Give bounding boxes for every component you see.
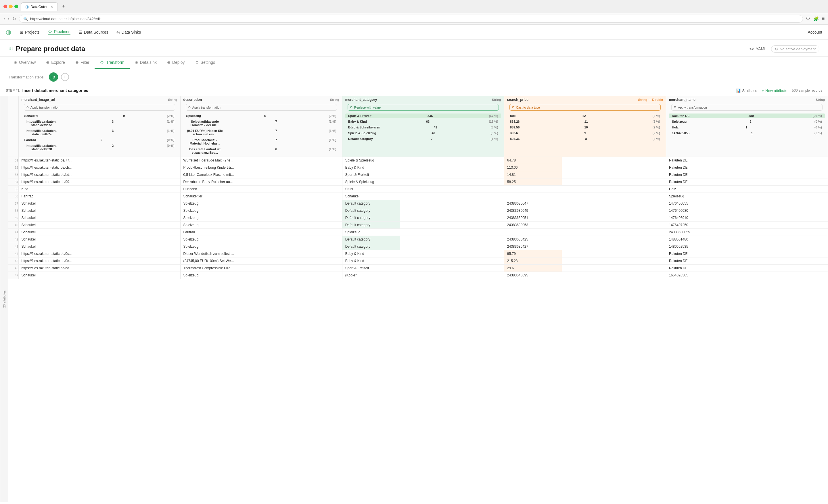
tab-explore[interactable]: ⊕ Explore: [41, 57, 70, 69]
tab-data-sink[interactable]: ⊕ Data sink: [130, 57, 162, 69]
stat-2-3: Spiele & Spielzeug 40 (8 %): [345, 131, 501, 135]
stat-2-0: Sport & Freizeit 336 (67 %): [345, 113, 501, 118]
row-number-cell: 44: [8, 250, 18, 258]
apply-btn-description[interactable]: ⟳ Apply transformation: [186, 104, 337, 110]
col-header-description: description String ⟳ Apply transformatio…: [180, 96, 342, 157]
statistics-button[interactable]: 📊 Statistics: [736, 89, 757, 93]
table-row: 37SchaukelSpielzeugDefault category24383…: [8, 200, 828, 207]
cell-merchant-category: Default category: [342, 200, 504, 207]
row-number-cell: 43: [8, 243, 18, 250]
address-bar[interactable]: 🔍 https://cloud.datacater.io/pipelines/3…: [19, 15, 803, 23]
active-tab[interactable]: ◑ DataCater ✕: [21, 2, 58, 11]
nav-pipelines[interactable]: <> Pipelines: [48, 29, 71, 35]
cell-merchant-image-url: Kind: [18, 186, 180, 193]
cell-merchant-name: Holz: [666, 186, 828, 193]
cell-description: 0,5 Liter Camelbak Flasche mit großen Ei…: [180, 171, 342, 178]
cell-merchant-category: Default category: [342, 222, 504, 229]
nav-links: ⊞ Projects <> Pipelines ☰ Data Sources ◎…: [20, 29, 808, 35]
tab-close-button[interactable]: ✕: [50, 5, 53, 9]
cell-description: Schaukeltier: [180, 193, 342, 200]
cell-merchant-category: Sport & Freizeit: [342, 171, 504, 178]
sample-count: 500 sample records: [792, 89, 822, 93]
tab-icon: ◑: [25, 4, 29, 9]
apply-btn-merchant-category[interactable]: ⟳ Replace with value: [347, 104, 499, 110]
cell-merchant-category: Stuhl: [342, 186, 504, 193]
cell-merchant-category: Default category: [342, 236, 504, 243]
tab-overview[interactable]: ⊕ Overview: [9, 57, 41, 69]
cell-merchant-name: 1488651480: [666, 236, 828, 243]
data-sources-icon: ☰: [79, 30, 82, 35]
maximize-button[interactable]: [14, 5, 18, 8]
row-num-header: [8, 96, 18, 157]
back-button[interactable]: ‹: [3, 16, 5, 21]
cell-description: Spielzeug: [180, 214, 342, 222]
nav-account[interactable]: Account: [808, 30, 822, 35]
row-number-cell: 35: [8, 186, 18, 193]
add-step-button[interactable]: +: [61, 73, 69, 81]
stat-2-4: Default category 7 (1 %): [345, 136, 501, 141]
table-row: 44https://files.rakuten-static.de/0cd2cb…: [8, 250, 828, 258]
traffic-lights: [3, 5, 18, 8]
cell-search-price: [504, 186, 666, 193]
cell-merchant-name: Rakuten DE: [666, 258, 828, 265]
apply-btn-search-price[interactable]: ⟳ Cast to data type: [509, 104, 661, 110]
tab-title: DataCater: [31, 5, 47, 9]
table-row: 40SchaukelSpielzeugDefault category24383…: [8, 222, 828, 229]
tab-filter[interactable]: ⊕ Filter: [70, 57, 94, 69]
table-row: 31https://files.rakuten-static.de/778605…: [8, 157, 828, 164]
cell-search-price: 58.25: [504, 178, 666, 186]
col-header-merchant-image-url: merchant_image_url String ⟳ Apply transf…: [18, 96, 180, 157]
cell-merchant-name: Spielzeug: [666, 193, 828, 200]
tab-deploy[interactable]: ⊕ Deploy: [162, 57, 190, 69]
tab-transform[interactable]: <> Transform: [94, 57, 130, 69]
row-number-cell: 34: [8, 178, 18, 186]
page-actions: <> YAML ⊙ No active deployment: [749, 45, 819, 53]
cell-merchant-name: Rakuten DE: [666, 250, 828, 258]
new-tab-button[interactable]: +: [59, 2, 67, 11]
nav-data-sinks[interactable]: ◎ Data Sinks: [116, 30, 141, 35]
cell-merchant-image-url: https://files.rakuten-static.de/bd72d123…: [18, 171, 180, 178]
tab-bar: ◑ DataCater ✕ +: [21, 2, 825, 11]
deployment-status: ⊙ No active deployment: [771, 45, 819, 53]
row-number-cell: 36: [8, 193, 18, 200]
cell-description: Produktbeschreibung Kinderträume werden …: [180, 164, 342, 171]
cell-merchant-category: Default category: [342, 214, 504, 222]
new-attribute-button[interactable]: + New attribute: [761, 89, 787, 93]
cell-merchant-category: Default category: [342, 243, 504, 250]
close-button[interactable]: [3, 5, 7, 8]
table-row: 42SchaukelSpielzeugDefault category24383…: [8, 236, 828, 243]
step-info-bar: STEP #1 Insert default merchant categori…: [0, 85, 828, 96]
step-number: STEP #1: [6, 89, 19, 93]
table-row: 39SchaukelSpielzeugDefault category24383…: [8, 214, 828, 222]
cell-merchant-name: Rakuten DE: [666, 157, 828, 164]
nav-data-sources[interactable]: ☰ Data Sources: [79, 30, 109, 35]
cell-merchant-image-url: Schaukel: [18, 222, 180, 229]
overview-icon: ⊕: [14, 60, 17, 65]
cell-search-price: 14.81: [504, 171, 666, 178]
cell-merchant-name: Rakuten DE: [666, 171, 828, 178]
page-title: Prepare product data: [16, 45, 85, 53]
stat-1-0: Spielzeug 8 (2 %): [183, 113, 339, 118]
cell-search-price: 24383630427: [504, 243, 666, 250]
row-number-cell: 39: [8, 214, 18, 222]
data-table-container[interactable]: merchant_image_url String ⟳ Apply transf…: [8, 96, 828, 502]
stat-0-2: https://files.rakuten-static.de/fb7e 3 (…: [22, 129, 177, 136]
cell-merchant-name: 24383630055: [666, 229, 828, 236]
apply-btn-merchant-image-url[interactable]: ⟳ Apply transformation: [24, 104, 175, 110]
cell-merchant-image-url: Schaukel: [18, 236, 180, 243]
cell-merchant-name: Rakuten DE: [666, 265, 828, 272]
reload-button[interactable]: ↻: [12, 16, 16, 21]
tab-settings[interactable]: ⚙ Settings: [190, 57, 220, 69]
minimize-button[interactable]: [9, 5, 13, 8]
menu-icon: ≡: [822, 16, 825, 21]
app-logo[interactable]: ◑: [6, 29, 11, 36]
apply-icon-4: ⟳: [674, 105, 676, 109]
yaml-button[interactable]: <> YAML: [749, 47, 767, 51]
url-text: https://cloud.datacater.io/pipelines/342…: [30, 17, 101, 21]
data-sink-icon: ⊕: [135, 60, 138, 65]
apply-btn-merchant-name[interactable]: ⟳ Apply transformation: [671, 104, 823, 110]
nav-projects[interactable]: ⊞ Projects: [20, 30, 40, 35]
forward-button[interactable]: ›: [8, 16, 9, 21]
step-id-badge[interactable]: ID: [49, 73, 58, 82]
table-row: 43SchaukelSpielzeugDefault category24383…: [8, 243, 828, 250]
